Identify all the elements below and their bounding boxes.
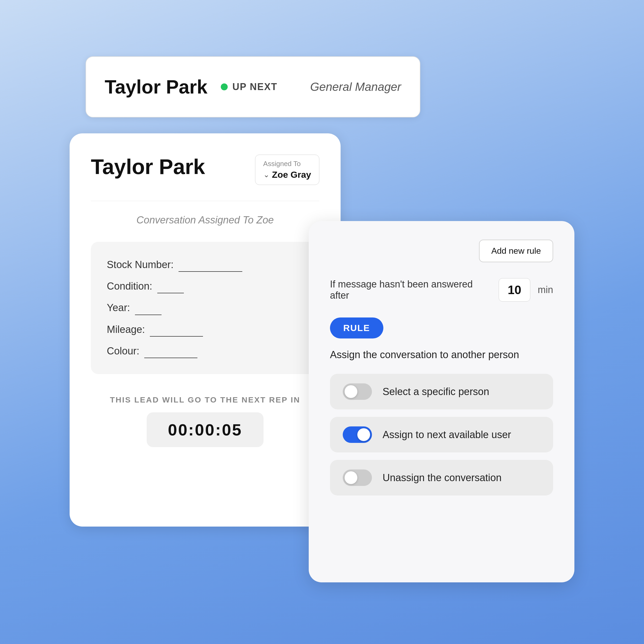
right-card-header: Add new rule	[330, 240, 553, 262]
assigned-person-name: Zoe Gray	[272, 170, 311, 180]
top-banner: Taylor Park UP NEXT General Manager	[86, 56, 420, 117]
toggle-row-specific-person: Select a specific person	[330, 374, 553, 409]
detail-stock: Stock Number:	[107, 258, 303, 272]
chevron-down-icon: ⌄	[263, 170, 269, 179]
toggle-row-next-user: Assign to next available user	[330, 417, 553, 452]
message-rule-row: If message hasn't been answered after 10…	[330, 278, 553, 302]
banner-person-name: Taylor Park	[105, 76, 207, 98]
assigned-label: Assigned To	[263, 160, 301, 168]
banner-status: UP NEXT	[221, 81, 277, 92]
minutes-label: min	[538, 284, 553, 295]
assigned-name-row: ⌄ Zoe Gray	[263, 170, 311, 180]
toggle-thumb-icon	[357, 428, 370, 441]
toggle-thumb-icon	[345, 471, 357, 484]
details-box: Stock Number: Condition: Year: Mileage: …	[91, 242, 319, 374]
countdown-timer: 00:00:05	[168, 421, 242, 439]
minutes-input[interactable]: 10	[499, 278, 530, 302]
conversation-assigned-text: Conversation Assigned To Zoe	[91, 214, 319, 226]
toggle-thumb-icon	[345, 385, 357, 398]
toggle-row-unassign: Unassign the conversation	[330, 460, 553, 495]
condition-underline	[157, 293, 184, 293]
next-rep-label: THIS LEAD WILL GO TO THE NEXT REP IN	[91, 395, 319, 404]
specific-person-label: Select a specific person	[383, 386, 489, 397]
mileage-underline	[150, 336, 203, 337]
banner-role: General Manager	[310, 80, 401, 94]
colour-underline	[144, 358, 197, 358]
unassign-label: Unassign the conversation	[383, 472, 502, 484]
detail-mileage: Mileage:	[107, 323, 303, 337]
detail-year: Year:	[107, 301, 303, 315]
stock-underline	[179, 271, 242, 272]
year-underline	[135, 315, 162, 315]
banner-status-text: UP NEXT	[232, 81, 277, 92]
card-person-name: Taylor Park	[91, 155, 205, 179]
status-dot-icon	[221, 83, 228, 90]
detail-condition: Condition:	[107, 279, 303, 293]
add-new-rule-button[interactable]: Add new rule	[479, 240, 553, 262]
next-available-user-toggle[interactable]	[343, 426, 372, 443]
detail-colour: Colour:	[107, 344, 303, 358]
left-card-header: Taylor Park Assigned To ⌄ Zoe Gray	[91, 155, 319, 185]
timer-box: 00:00:05	[147, 412, 264, 447]
rules-card: Add new rule If message hasn't been answ…	[309, 221, 574, 582]
specific-person-toggle[interactable]	[343, 383, 372, 400]
message-prefix-text: If message hasn't been answered after	[330, 279, 491, 301]
rule-description: Assign the conversation to another perso…	[330, 349, 553, 361]
conversation-card: Taylor Park Assigned To ⌄ Zoe Gray Conve…	[70, 133, 341, 527]
rule-badge: RULE	[330, 317, 383, 338]
assigned-badge[interactable]: Assigned To ⌄ Zoe Gray	[255, 155, 319, 185]
next-available-user-label: Assign to next available user	[383, 429, 511, 440]
unassign-toggle[interactable]	[343, 469, 372, 486]
